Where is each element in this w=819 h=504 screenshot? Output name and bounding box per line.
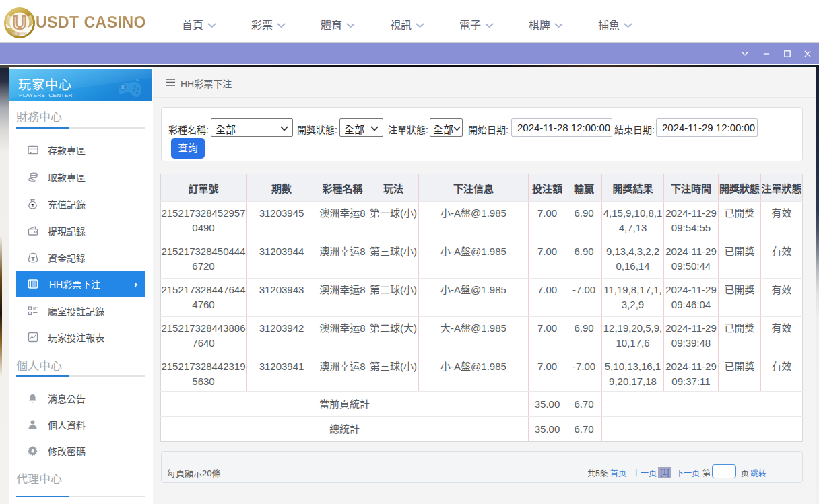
svg-text:Casino: Casino (12, 31, 27, 36)
svg-text:U: U (13, 12, 26, 33)
